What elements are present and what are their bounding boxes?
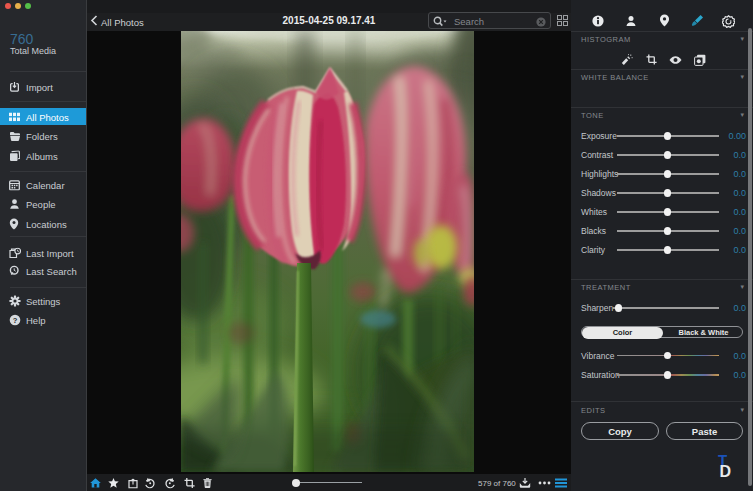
svg-text:?: ? [13,316,18,325]
